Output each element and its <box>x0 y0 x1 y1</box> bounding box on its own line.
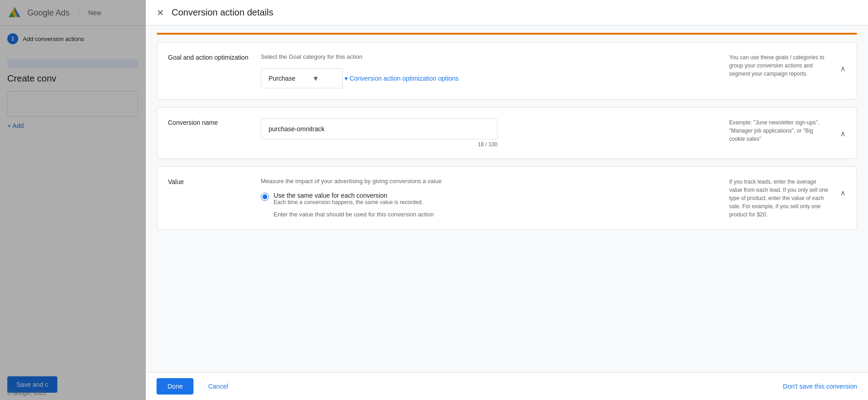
conversion-name-help-text: Example: "June newsletter sign-ups", "Ma… <box>729 119 819 142</box>
same-value-label-group: Use the same value for each conversion E… <box>274 192 423 205</box>
modal-body: Goal and action optimization Select the … <box>146 26 868 372</box>
dont-save-button[interactable]: Don't save this conversion <box>783 383 857 390</box>
conversion-name-section-card: Conversion name 18 / 100 Example: "June … <box>157 107 857 159</box>
done-button[interactable]: Done <box>157 378 193 395</box>
conversion-name-collapse-icon: ∧ <box>840 129 846 138</box>
goal-help-text: You can use these goals / categories to … <box>729 54 824 77</box>
value-collapse-icon: ∧ <box>840 189 846 197</box>
enter-value-label: Enter the value that should be used for … <box>274 211 718 218</box>
goal-section-subtitle: Select the Goal category for this action <box>261 53 718 60</box>
same-value-label-sub: Each time a conversion happens, the same… <box>274 199 423 205</box>
conversion-name-section-main: 18 / 100 <box>261 118 718 148</box>
goal-collapse-icon: ∧ <box>840 64 846 73</box>
close-icon[interactable]: ✕ <box>157 8 164 17</box>
goal-section-collapse-button[interactable]: ∧ <box>840 53 846 88</box>
value-section-collapse-button[interactable]: ∧ <box>840 178 846 219</box>
same-value-radio[interactable] <box>261 193 269 201</box>
value-section-right: If you track leads, enter the average va… <box>729 178 829 219</box>
value-section-inner: Value Measure the impact of your adverti… <box>157 167 857 230</box>
char-count-label: 18 / 100 <box>261 141 497 148</box>
footer-left: Done Cancel <box>157 378 235 395</box>
goal-category-dropdown[interactable]: Purchase ▾ <box>261 68 343 88</box>
value-section-main: Measure the impact of your advertising b… <box>261 178 718 219</box>
cancel-button[interactable]: Cancel <box>201 378 235 395</box>
conversion-name-label: Conversion name <box>168 119 218 126</box>
conversion-name-input[interactable] <box>261 118 497 139</box>
orange-progress-bar <box>157 33 857 35</box>
conversion-name-input-wrapper <box>261 118 718 139</box>
goal-category-value: Purchase <box>269 75 295 82</box>
goal-section-card: Goal and action optimization Select the … <box>157 42 857 100</box>
value-help-text: If you track leads, enter the average va… <box>729 179 828 218</box>
optimization-link-label: Conversion action optimization options <box>350 75 459 82</box>
conversion-name-section-inner: Conversion name 18 / 100 Example: "June … <box>157 108 857 159</box>
goal-dropdown-arrow-icon: ▾ <box>314 73 318 83</box>
modal-footer: Done Cancel Don't save this conversion <box>146 372 868 400</box>
modal-header: ✕ Conversion action details <box>146 0 868 26</box>
conversion-name-section-right: Example: "June newsletter sign-ups", "Ma… <box>729 118 829 148</box>
same-value-radio-option: Use the same value for each conversion E… <box>261 192 718 205</box>
value-section-label: Value <box>168 178 184 185</box>
goal-section-main: Select the Goal category for this action… <box>261 53 718 88</box>
same-value-label-main: Use the same value for each conversion <box>274 192 423 199</box>
optimization-options-link[interactable]: ▾ Conversion action optimization options <box>345 75 459 82</box>
conversion-name-collapse-button[interactable]: ∧ <box>840 118 846 148</box>
value-subtitle: Measure the impact of your advertising b… <box>261 178 718 185</box>
goal-section-label: Goal and action optimization <box>168 54 249 61</box>
conversion-action-modal: ✕ Conversion action details Goal and act… <box>146 0 868 400</box>
goal-section-right: You can use these goals / categories to … <box>729 53 829 88</box>
conversion-name-section-left: Conversion name <box>168 118 250 148</box>
goal-section-left: Goal and action optimization <box>168 53 250 88</box>
value-section-card: Value Measure the impact of your adverti… <box>157 166 857 230</box>
value-section-left: Value <box>168 178 250 219</box>
modal-title: Conversion action details <box>172 7 273 18</box>
goal-section-inner: Goal and action optimization Select the … <box>157 42 857 99</box>
chevron-down-icon: ▾ <box>345 75 348 82</box>
